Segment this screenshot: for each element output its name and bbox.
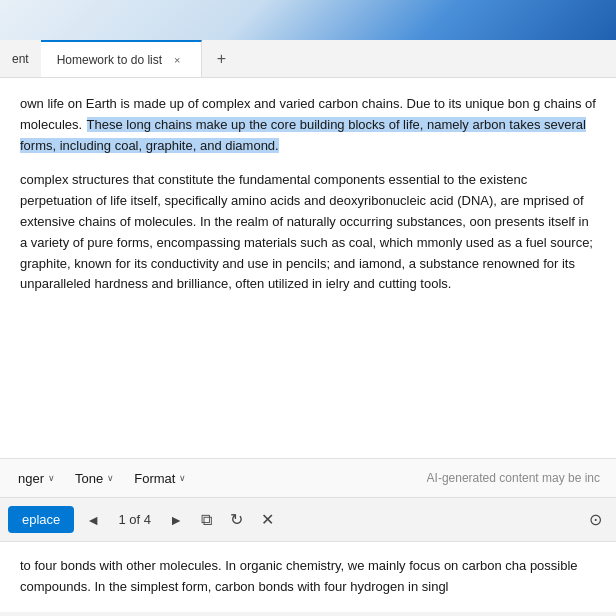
ai-toolbar: nger ∨ Tone ∨ Format ∨ AI-generated cont…	[0, 458, 616, 498]
close-button[interactable]: ✕	[255, 506, 280, 533]
text-block-2: complex structures that constitute the f…	[20, 170, 596, 295]
bottom-text: to four bonds with other molecules. In o…	[20, 558, 578, 594]
longer-label: nger	[18, 471, 44, 486]
longer-chevron-icon: ∨	[48, 473, 55, 483]
bottom-content-area: to four bonds with other molecules. In o…	[0, 542, 616, 612]
longer-dropdown[interactable]: nger ∨	[8, 463, 65, 493]
tab-close-button[interactable]: ×	[170, 52, 184, 68]
storage-button[interactable]: ⊙	[583, 506, 608, 533]
tone-label: Tone	[75, 471, 103, 486]
format-dropdown[interactable]: Format ∨	[124, 463, 196, 493]
windows-top-bar	[0, 0, 616, 40]
tab-bar: ent Homework to do list × +	[0, 40, 616, 78]
paragraph-2-text: complex structures that constitute the f…	[20, 172, 593, 291]
refresh-button[interactable]: ↻	[224, 506, 249, 533]
ai-notice-text: AI-generated content may be inc	[427, 471, 600, 485]
result-count: 1 of 4	[112, 512, 157, 527]
main-content-area: own life on Earth is made up of complex …	[0, 78, 616, 458]
highlighted-text: These long chains make up the core build…	[20, 117, 586, 153]
left-nav-label: ent	[12, 52, 29, 66]
format-label: Format	[134, 471, 175, 486]
next-button[interactable]: ►	[163, 508, 189, 532]
tone-chevron-icon: ∨	[107, 473, 114, 483]
tone-dropdown[interactable]: Tone ∨	[65, 463, 124, 493]
tab-label: Homework to do list	[57, 53, 162, 67]
replace-button[interactable]: eplace	[8, 506, 74, 533]
format-chevron-icon: ∨	[179, 473, 186, 483]
homework-tab[interactable]: Homework to do list ×	[41, 40, 202, 77]
replace-bar: eplace ◄ 1 of 4 ► ⧉ ↻ ✕ ⊙	[0, 498, 616, 542]
text-block-1: own life on Earth is made up of complex …	[20, 94, 596, 156]
copy-button[interactable]: ⧉	[195, 507, 218, 533]
ai-notice: AI-generated content may be inc	[427, 471, 608, 485]
prev-button[interactable]: ◄	[80, 508, 106, 532]
left-nav-item[interactable]: ent	[0, 40, 41, 77]
new-tab-button[interactable]: +	[206, 43, 238, 75]
